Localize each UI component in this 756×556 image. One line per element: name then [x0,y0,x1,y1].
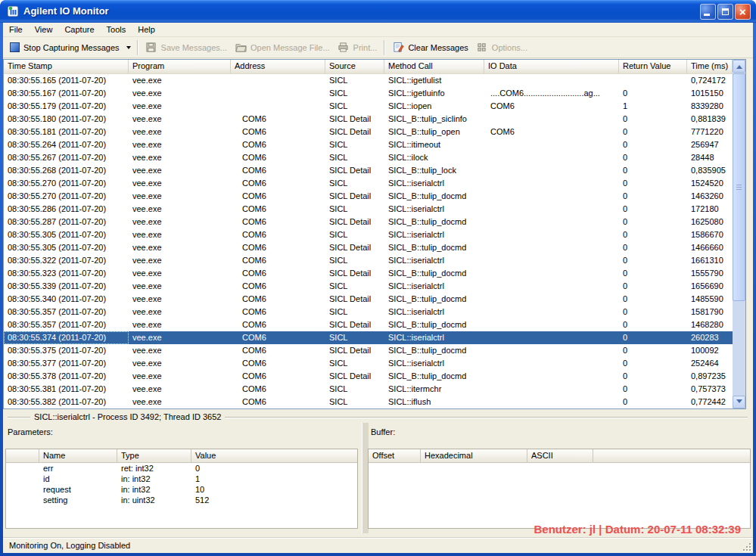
column-header[interactable]: IO Data [484,60,619,73]
parameter-row[interactable]: idin: int321 [6,474,357,484]
table-cell: 08:30:55.270 (2011-07-20) [4,190,129,203]
table-cell: SICL Detail [325,267,384,280]
parameter-row[interactable]: errret: int320 [6,463,357,474]
save-messages-button[interactable]: Save Messages... [142,39,231,56]
table-row[interactable]: 08:30:55.268 (2011-07-20)vee.exeCOM6SICL… [4,164,733,177]
parameters-column-header[interactable]: Type [117,449,191,462]
menu-item-help[interactable]: Help [132,23,161,36]
table-cell: vee.exe [129,216,231,228]
column-header[interactable]: Method Call [384,60,484,73]
table-row[interactable]: 08:30:55.382 (2011-07-20)vee.exeCOM6SICL… [4,396,733,408]
parameters-column-header[interactable] [6,449,39,462]
table-row[interactable]: 08:30:55.167 (2011-07-20)vee.exeSICLSICL… [4,87,733,100]
parameter-row[interactable]: requestin: int3210 [6,484,357,495]
table-row[interactable]: 08:30:55.377 (2011-07-20)vee.exeCOM6SICL… [4,357,733,370]
buffer-column-header[interactable] [593,449,750,462]
table-row[interactable]: 08:30:55.181 (2011-07-20)vee.exeCOM6SICL… [4,126,733,138]
options-button[interactable]: Options... [472,39,531,56]
table-row[interactable]: 08:30:55.267 (2011-07-20)vee.exeCOM6SICL… [4,151,733,164]
column-header[interactable]: Time Stamp [4,60,129,73]
minimize-button[interactable] [700,4,716,20]
column-header[interactable]: Program [129,60,231,73]
resize-grip[interactable] [742,542,751,551]
open-message-file-button[interactable]: Open Message File... [231,39,334,56]
table-cell: COM6 [231,280,325,293]
table-row[interactable]: 08:30:55.323 (2011-07-20)vee.exeCOM6SICL… [4,267,733,280]
column-header[interactable]: Return Value [619,60,687,73]
table-row[interactable]: 08:30:55.305 (2011-07-20)vee.exeCOM6SICL… [4,228,733,241]
table-cell: 0 [619,203,687,216]
table-cell: COM6 [231,357,325,370]
table-cell [231,87,325,100]
table-cell: 1463260 [687,190,733,203]
capture-dropdown-button[interactable] [123,42,134,54]
table-cell: 0 [619,151,687,164]
parameter-cell: request [39,484,117,495]
table-row[interactable]: 08:30:55.287 (2011-07-20)vee.exeCOM6SICL… [4,216,733,228]
table-row[interactable]: 08:30:55.339 (2011-07-20)vee.exeCOM6SICL… [4,280,733,293]
scrollbar-thumb[interactable] [733,73,745,301]
vertical-scrollbar[interactable] [733,60,745,408]
table-row[interactable]: 08:30:55.286 (2011-07-20)vee.exeCOM6SICL… [4,203,733,216]
table-row[interactable]: 08:30:55.270 (2011-07-20)vee.exeCOM6SICL… [4,177,733,190]
buffer-column-header[interactable]: ASCII [527,449,593,462]
table-row[interactable]: 08:30:55.374 (2011-07-20)vee.exeCOM6SICL… [4,331,733,344]
table-row[interactable]: 08:30:55.180 (2011-07-20)vee.exeCOM6SICL… [4,113,733,126]
table-row[interactable]: 08:30:55.357 (2011-07-20)vee.exeCOM6SICL… [4,306,733,318]
table-cell: 0 [619,216,687,228]
table-cell: vee.exe [129,370,231,383]
close-button[interactable]: × [735,4,751,20]
print-button[interactable]: Print... [334,39,381,56]
column-header[interactable]: Source [325,60,384,73]
table-row[interactable]: 08:30:55.375 (2011-07-20)vee.exeCOM6SICL… [4,344,733,357]
table-cell: COM6 [231,190,325,203]
table-row[interactable]: 08:30:55.179 (2011-07-20)vee.exeSICLSICL… [4,100,733,113]
table-row[interactable]: 08:30:55.378 (2011-07-20)vee.exeCOM6SICL… [4,370,733,383]
table-cell: SICL_B::tulip_docmd [384,318,484,331]
scroll-up-button[interactable] [733,60,745,73]
menu-item-file[interactable]: File [3,23,29,36]
table-cell: COM6 [231,203,325,216]
stop-capturing-button[interactable]: Stop Capturing Messages [6,40,123,54]
table-row[interactable]: 08:30:55.305 (2011-07-20)vee.exeCOM6SICL… [4,241,733,254]
maximize-button[interactable] [717,4,733,20]
table-cell: 0 [619,254,687,267]
arrow-up-icon [736,62,742,69]
table-row[interactable]: 08:30:55.264 (2011-07-20)vee.exeCOM6SICL… [4,138,733,151]
buffer-column-header[interactable]: Offset [369,449,421,462]
table-cell: SICL_B::tulip_docmd [384,190,484,203]
parameters-column-header[interactable]: Value [191,449,357,462]
menu-item-capture[interactable]: Capture [58,23,100,36]
table-cell: vee.exe [129,254,231,267]
scroll-down-button[interactable] [733,396,745,408]
title-bar[interactable]: Agilent IO Monitor × [0,0,756,23]
parameter-cell: in: uint32 [117,495,191,505]
table-row[interactable]: 08:30:55.322 (2011-07-20)vee.exeCOM6SICL… [4,254,733,267]
table-row[interactable]: 08:30:55.340 (2011-07-20)vee.exeCOM6SICL… [4,293,733,306]
user-date-watermark: Benutzer: jl | Datum: 20-07-11 08:32:39 [534,523,741,536]
table-cell: 1015150 [687,87,733,100]
column-header[interactable]: Address [231,60,325,73]
buffer-column-header[interactable]: Hexadecimal [421,449,527,462]
close-icon: × [736,4,750,20]
table-row[interactable]: 08:30:55.381 (2011-07-20)vee.exeCOM6SICL… [4,383,733,396]
clear-messages-button[interactable]: Clear Messages [388,39,471,56]
table-cell: vee.exe [129,126,231,138]
column-header[interactable]: Time (ms) [687,60,733,73]
parameters-column-header[interactable]: Name [39,449,117,462]
table-cell: 0 [619,383,687,396]
table-cell: 0 [619,164,687,177]
table-cell: 1555790 [687,267,733,280]
table-cell [484,267,619,280]
table-row[interactable]: 08:30:55.357 (2011-07-20)vee.exeCOM6SICL… [4,318,733,331]
menu-item-tools[interactable]: Tools [101,23,132,36]
table-row[interactable]: 08:30:55.165 (2011-07-20)vee.exeSICLSICL… [4,74,733,87]
table-cell: SICL [325,396,384,408]
menu-item-view[interactable]: View [29,23,59,36]
table-cell: 1581790 [687,306,733,318]
table-row[interactable]: 08:30:55.270 (2011-07-20)vee.exeCOM6SICL… [4,190,733,203]
parameter-row[interactable]: settingin: uint32512 [6,495,357,505]
table-cell: 0 [619,306,687,318]
table-cell: vee.exe [129,267,231,280]
table-cell: 1485590 [687,293,733,306]
